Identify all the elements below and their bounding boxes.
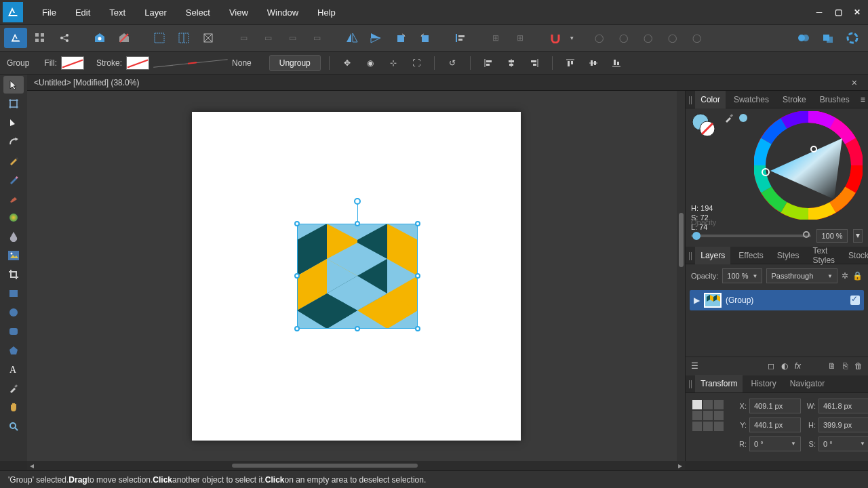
tab-navigator[interactable]: Navigator [785,375,830,392]
convert-curves-icon[interactable]: ↺ [443,55,462,71]
polygon-tool[interactable] [3,342,24,359]
snap-grid-1-button[interactable] [148,28,171,48]
corner-tool[interactable] [3,133,24,150]
snapping-dropdown[interactable]: ▾ [568,35,575,41]
rounded-rect-tool[interactable] [3,323,24,340]
place-image-tool[interactable] [3,247,24,264]
color-wheel[interactable] [754,111,863,220]
snap-bounds-button[interactable] [197,28,220,48]
align-panel-button[interactable] [449,28,472,48]
r-field[interactable]: 0 °▼ [749,436,801,451]
insert-behind-button[interactable]: ⊞ [509,28,532,48]
stroke-swatch[interactable] [126,56,149,70]
eyedropper-tool[interactable] [3,380,24,397]
menu-window[interactable]: Window [258,0,308,24]
stroke-width-slider[interactable] [153,56,228,70]
window-minimize-button[interactable]: ─ [811,4,827,20]
document-tab[interactable]: <Untitled> [Modified] (38.0%) × [27,75,868,91]
opacity-slider[interactable] [691,235,811,237]
menu-view[interactable]: View [220,0,258,24]
resize-handle[interactable] [415,273,420,279]
bool-sub-button[interactable]: ◯ [612,28,635,48]
order-backward-button[interactable]: ▭ [256,28,279,48]
bool-xor-button[interactable]: ◯ [660,28,684,48]
align-top-icon[interactable] [561,55,580,71]
show-bbox-icon[interactable]: ◉ [361,55,380,71]
persona-export-button[interactable] [841,28,864,48]
layers-stack-icon[interactable]: ☰ [691,361,698,371]
menu-text[interactable]: Text [100,0,135,24]
move-origin-icon[interactable]: ✥ [338,55,357,71]
layer-fx-settings-icon[interactable]: ✲ [842,271,848,281]
app-shortcut-button[interactable] [4,28,27,48]
zoom-tool[interactable] [3,418,24,435]
current-color-swatch[interactable] [691,113,715,139]
h-field[interactable]: 399.9 px [818,418,868,432]
tab-layers[interactable]: Layers [695,247,730,264]
crop-tool[interactable] [3,266,24,283]
bool-int-button[interactable]: ◯ [636,28,659,48]
opacity-value-field[interactable]: 100 % [816,229,848,243]
text-tool[interactable]: A [3,361,24,378]
tab-brushes[interactable]: Brushes [814,91,855,108]
vscrollbar[interactable] [677,91,685,461]
order-forward-button[interactable]: ▭ [281,28,304,48]
sync-on-button[interactable] [88,28,111,48]
tab-swatches[interactable]: Swatches [728,91,774,108]
tab-history[interactable]: History [745,375,781,392]
node-tool[interactable] [3,114,24,131]
tab-color[interactable]: Color [695,91,726,108]
transform-mode-icon[interactable]: ⊹ [384,55,403,71]
add-layer-icon[interactable]: 🗎 [828,361,836,371]
rotation-handle[interactable] [354,198,361,205]
resize-handle[interactable] [294,221,300,226]
tab-stock[interactable]: Stock [843,247,868,264]
menu-file[interactable]: File [33,0,66,24]
brush-tool[interactable] [3,190,24,207]
rectangle-tool[interactable] [3,285,24,302]
canvas[interactable] [27,91,685,461]
resize-handle[interactable] [415,221,420,226]
ungroup-button[interactable]: Ungroup [269,55,321,71]
delete-layer-icon[interactable]: 🗑 [854,361,863,371]
window-close-button[interactable]: ✕ [849,4,865,20]
y-field[interactable]: 440.1 px [749,418,801,432]
resize-handle[interactable] [355,221,360,226]
menu-help[interactable]: Help [308,0,345,24]
opacity-dropdown[interactable]: ▾ [853,229,863,243]
menu-select[interactable]: Select [176,0,220,24]
share-button[interactable] [53,28,76,48]
snap-grid-2-button[interactable] [172,28,195,48]
menu-edit[interactable]: Edit [66,0,100,24]
layer-row[interactable]: ▶ (Group) [690,290,864,310]
align-right-icon[interactable] [525,55,544,71]
align-bottom-icon[interactable] [607,55,626,71]
fill-swatch[interactable] [61,56,84,70]
align-left-icon[interactable] [479,55,498,71]
tab-close-button[interactable]: × [852,77,857,88]
layer-opacity-field[interactable]: 100 %▼ [722,268,762,283]
sampled-color-swatch[interactable] [738,113,748,125]
cycle-select-icon[interactable]: ⛶ [407,55,426,71]
w-field[interactable]: 461.8 px [818,399,868,413]
insert-target-button[interactable]: ⊞ [484,28,507,48]
layer-visible-checkbox[interactable] [850,296,860,305]
bool-add-button[interactable]: ◯ [587,28,610,48]
resize-handle[interactable] [415,326,420,331]
tab-effects[interactable]: Effects [733,247,768,264]
adjustment-icon[interactable]: ◐ [781,361,788,371]
order-front-button[interactable]: ▭ [305,28,328,48]
artboard-tool[interactable] [3,95,24,113]
persona-designer-button[interactable] [792,28,815,48]
fill-tool[interactable] [3,209,24,226]
order-back-button[interactable]: ▭ [232,28,255,48]
move-tool[interactable] [3,76,24,94]
layer-blendmode-select[interactable]: Passthrough▼ [766,268,837,283]
bool-div-button[interactable]: ◯ [685,28,708,48]
menu-layer[interactable]: Layer [135,0,176,24]
window-maximize-button[interactable]: ▢ [830,4,846,20]
sync-off-button[interactable] [113,28,136,48]
eyedropper-icon[interactable] [724,113,734,125]
align-hcenter-icon[interactable] [502,55,521,71]
flip-horizontal-button[interactable] [340,28,363,48]
